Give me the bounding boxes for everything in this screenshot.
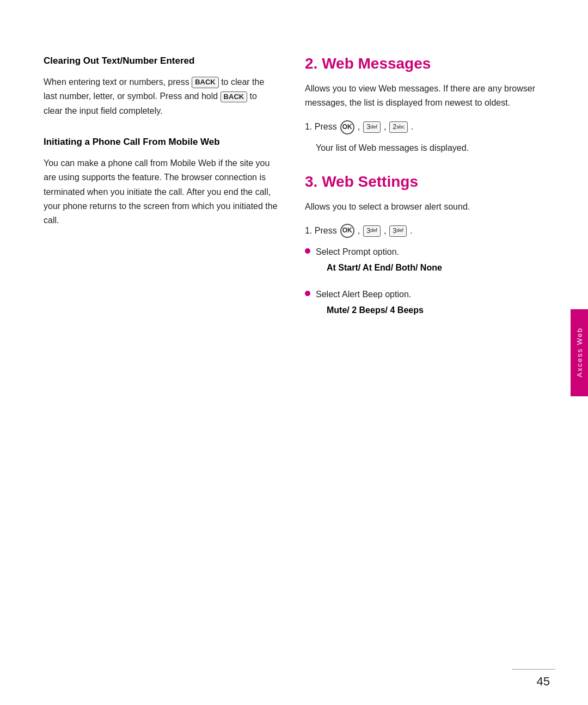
page-number: 45 — [537, 675, 550, 689]
clearing-text-section: Clearing Out Text/Number Entered When en… — [44, 54, 278, 118]
web-settings-step1: 1. Press OK , 3def , 3def . — [305, 224, 539, 238]
web-messages-step1: 1. Press OK , 3def , 2abc . — [305, 120, 539, 134]
ok-circle-1: OK — [340, 120, 354, 134]
web-messages-result: Your list of Web messages is displayed. — [316, 141, 539, 155]
bullet-2-sub: Mute/ 2 Beeps/ 4 Beeps — [327, 304, 424, 317]
key-3def-1: 3def — [363, 121, 381, 133]
back-key-badge-2: BACK — [220, 91, 248, 103]
key-2abc-1: 2abc — [389, 121, 408, 133]
back-key-badge-1: BACK — [192, 77, 219, 88]
side-tab-text: Axcess Web — [575, 327, 584, 377]
bullet-dot-2 — [305, 291, 310, 296]
bullet-dot-1 — [305, 248, 310, 254]
key-3def-2: 3def — [363, 225, 381, 237]
bullet-1-sub: At Start/ At End/ Both/ None — [327, 261, 442, 274]
clearing-heading: Clearing Out Text/Number Entered — [44, 54, 278, 68]
bullet-prompt: Select Prompt option. At Start/ At End/ … — [305, 245, 539, 280]
bullet-1-text: Select Prompt option. — [316, 247, 399, 256]
phone-call-body: You can make a phone call from Mobile We… — [44, 156, 278, 228]
page-divider — [512, 669, 555, 670]
phone-call-heading: Initiating a Phone Call From Mobile Web — [44, 136, 278, 149]
ok-circle-2: OK — [340, 224, 354, 238]
key-3def-3: 3def — [389, 225, 407, 237]
web-settings-body: Allows you to select a browser alert sou… — [305, 200, 539, 214]
phone-call-section: Initiating a Phone Call From Mobile Web … — [44, 136, 278, 228]
web-messages-section: 2. Web Messages Allows you to view Web m… — [305, 54, 539, 155]
clearing-body: When entering text or numbers, press BAC… — [44, 75, 278, 118]
bullet-alert: Select Alert Beep option. Mute/ 2 Beeps/… — [305, 287, 539, 322]
web-messages-body: Allows you to view Web messages. If ther… — [305, 82, 539, 111]
page-container: Clearing Out Text/Number Entered When en… — [0, 0, 588, 705]
side-tab: Axcess Web — [571, 309, 588, 396]
columns-layout: Clearing Out Text/Number Entered When en… — [0, 33, 588, 672]
web-settings-title: 3. Web Settings — [305, 173, 539, 191]
bullet-2-text: Select Alert Beep option. — [316, 290, 411, 299]
right-column: 2. Web Messages Allows you to view Web m… — [305, 54, 539, 651]
web-settings-section: 3. Web Settings Allows you to select a b… — [305, 173, 539, 322]
web-messages-title: 2. Web Messages — [305, 54, 539, 73]
left-column: Clearing Out Text/Number Entered When en… — [44, 54, 278, 651]
